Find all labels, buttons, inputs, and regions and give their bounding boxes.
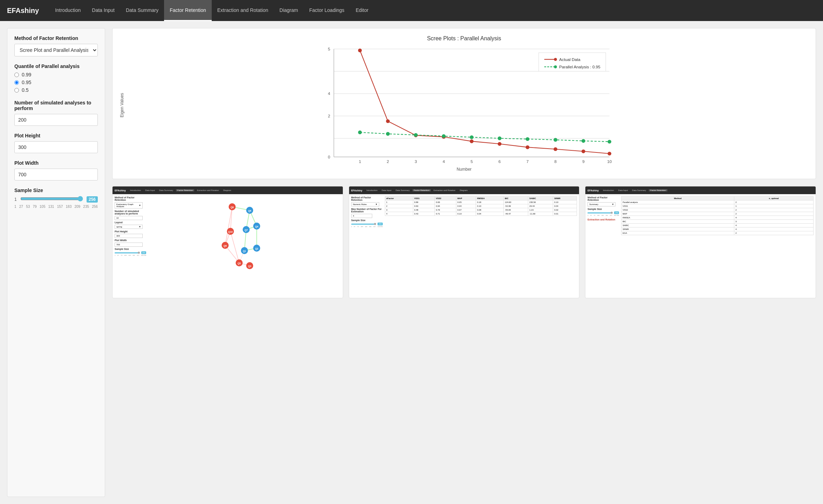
radio-input-099[interactable] bbox=[14, 73, 19, 77]
summary-thumb-brand: EFAshiny bbox=[587, 189, 599, 192]
radio-input-05[interactable] bbox=[14, 88, 19, 93]
sample-size-section: Sample Size 1 256 1 27 53 79 105 131 157 bbox=[14, 188, 98, 209]
svg-point-27 bbox=[498, 142, 502, 146]
svg-point-33 bbox=[386, 132, 390, 136]
svg-point-47 bbox=[554, 65, 557, 68]
nav-item-data-input[interactable]: Data Input bbox=[86, 0, 120, 21]
radio-input-095[interactable] bbox=[14, 80, 19, 85]
slider-track-wrapper bbox=[20, 196, 83, 203]
svg-text:Q10: Q10 bbox=[228, 231, 233, 233]
sample-size-range[interactable] bbox=[20, 196, 83, 202]
svg-text:Parallel Analysis : 0.95: Parallel Analysis : 0.95 bbox=[559, 64, 600, 69]
thumbnails-row: EFAshiny Introduction Data Input Data Su… bbox=[112, 186, 816, 298]
radio-095[interactable]: 0.95 bbox=[14, 80, 98, 85]
numeric-rules-table: nFactor VSS1 VSS2 MAP RMSEA BIC SABIC SR… bbox=[385, 196, 577, 216]
svg-text:Q9: Q9 bbox=[224, 245, 227, 247]
nav-item-extraction-rotation[interactable]: Extraction and Rotation bbox=[212, 0, 274, 21]
nav-menu: Introduction Data Input Data Summary Fac… bbox=[49, 0, 374, 21]
chart-svg: 5 4 2 0 1 2 3 4 5 bbox=[127, 45, 809, 164]
svg-text:Q6: Q6 bbox=[248, 210, 251, 212]
svg-text:1: 1 bbox=[359, 159, 361, 164]
slider-max-badge: 256 bbox=[87, 196, 98, 203]
svg-point-35 bbox=[442, 134, 446, 138]
ega-thumb-content: Method of Factor Retention Exploratory G… bbox=[113, 194, 343, 280]
svg-text:Q3: Q3 bbox=[248, 265, 251, 268]
sample-size-label: Sample Size bbox=[14, 188, 98, 193]
ega-thumb-navbar: EFAshiny Introduction Data Input Data Su… bbox=[113, 186, 343, 194]
svg-point-23 bbox=[386, 119, 390, 123]
navbar: EFAshiny Introduction Data Input Data Su… bbox=[0, 0, 823, 21]
right-content: Scree Plots : Parallel Analysis Eigen Va… bbox=[112, 28, 816, 497]
method-label: Method of Factor Retention bbox=[14, 35, 98, 41]
svg-point-22 bbox=[358, 49, 362, 53]
summary-table: Method n_optimal Parallel analysis2VSS11… bbox=[621, 196, 814, 235]
ega-left-controls: Method of Factor Retention Exploratory G… bbox=[115, 196, 146, 278]
nav-item-introduction[interactable]: Introduction bbox=[49, 0, 86, 21]
chart-inner: Eigen Values 5 4 bbox=[120, 45, 809, 165]
svg-point-41 bbox=[607, 140, 611, 144]
svg-point-44 bbox=[554, 58, 557, 61]
svg-point-29 bbox=[553, 147, 557, 151]
scree-plot-card: Scree Plots : Parallel Analysis Eigen Va… bbox=[112, 28, 816, 179]
plot-width-input[interactable] bbox=[14, 169, 98, 181]
sim-analyses-section: Number of simulated analyses to perform bbox=[14, 100, 98, 126]
slider-row: 1 256 bbox=[14, 196, 98, 203]
svg-text:4: 4 bbox=[328, 91, 330, 96]
svg-text:2: 2 bbox=[387, 159, 389, 164]
numeric-left-controls: Method of Factor Retention Numeric Rules… bbox=[351, 196, 383, 227]
svg-text:10: 10 bbox=[607, 159, 612, 164]
summary-thumb-content: Method of Factor Retention Summary ▼ Sam… bbox=[585, 194, 816, 237]
slider-min-value: 1 bbox=[14, 197, 17, 202]
svg-line-58 bbox=[230, 231, 239, 263]
radio-05[interactable]: 0.5 bbox=[14, 87, 98, 93]
plot-width-label: Plot Width bbox=[14, 160, 98, 166]
svg-point-34 bbox=[414, 133, 418, 137]
ega-thumb-brand: EFAshiny bbox=[115, 189, 126, 192]
svg-text:9: 9 bbox=[582, 159, 585, 164]
summary-thumbnail: EFAshiny Introduction Data Input Data Su… bbox=[585, 186, 816, 298]
ega-graph-svg: Q8 Q10 Q9 Q5 Q3 Q6 bbox=[148, 196, 341, 277]
ega-graph-area: Q8 Q10 Q9 Q5 Q3 Q6 bbox=[148, 196, 341, 278]
plot-height-section: Plot Height bbox=[14, 133, 98, 153]
main-content: Method of Factor Retention Scree Plot an… bbox=[0, 21, 823, 504]
ega-thumbnail: EFAshiny Introduction Data Input Data Su… bbox=[112, 186, 343, 298]
y-axis-label: Eigen Values bbox=[120, 45, 124, 165]
left-panel: Method of Factor Retention Scree Plot an… bbox=[7, 28, 105, 497]
svg-point-36 bbox=[470, 135, 474, 139]
nav-item-diagram[interactable]: Diagram bbox=[274, 0, 304, 21]
svg-point-38 bbox=[526, 137, 530, 141]
svg-point-32 bbox=[358, 130, 362, 134]
method-select[interactable]: Scree Plot and Parallel Analysis bbox=[14, 44, 98, 56]
svg-text:Q1: Q1 bbox=[243, 250, 246, 253]
svg-text:3: 3 bbox=[415, 159, 417, 164]
sim-analyses-input[interactable] bbox=[14, 114, 98, 126]
svg-point-37 bbox=[498, 136, 502, 140]
radio-label-095: 0.95 bbox=[22, 80, 31, 85]
svg-text:5: 5 bbox=[328, 47, 330, 51]
svg-text:Actual Data: Actual Data bbox=[559, 57, 580, 62]
numeric-table-area: nFactor VSS1 VSS2 MAP RMSEA BIC SABIC SR… bbox=[385, 196, 577, 227]
svg-line-51 bbox=[225, 207, 232, 245]
radio-label-099: 0.99 bbox=[22, 72, 31, 77]
summary-left-controls: Method of Factor Retention Summary ▼ Sam… bbox=[587, 196, 619, 235]
svg-text:7: 7 bbox=[526, 159, 529, 164]
svg-text:Q7: Q7 bbox=[245, 229, 248, 232]
numeric-thumb-brand: EFAshiny bbox=[351, 189, 362, 192]
nav-item-factor-loadings[interactable]: Factor Loadings bbox=[304, 0, 350, 21]
quantile-radio-group: 0.99 0.95 0.5 bbox=[14, 72, 98, 93]
svg-point-31 bbox=[607, 152, 611, 156]
svg-point-39 bbox=[553, 138, 557, 142]
svg-text:Q4: Q4 bbox=[255, 225, 258, 228]
chart-title: Scree Plots : Parallel Analysis bbox=[120, 35, 809, 42]
plot-height-input[interactable] bbox=[14, 141, 98, 153]
nav-item-editor[interactable]: Editor bbox=[350, 0, 374, 21]
summary-table-area: Method n_optimal Parallel analysis2VSS11… bbox=[621, 196, 814, 235]
plot-width-section: Plot Width bbox=[14, 160, 98, 181]
method-section: Method of Factor Retention Scree Plot an… bbox=[14, 35, 98, 56]
svg-text:4: 4 bbox=[443, 159, 445, 164]
nav-item-factor-retention[interactable]: Factor Retention bbox=[164, 0, 212, 21]
radio-099[interactable]: 0.99 bbox=[14, 72, 98, 77]
svg-text:5: 5 bbox=[470, 159, 473, 164]
nav-item-data-summary[interactable]: Data Summary bbox=[120, 0, 164, 21]
x-axis-label: Number bbox=[457, 167, 472, 172]
